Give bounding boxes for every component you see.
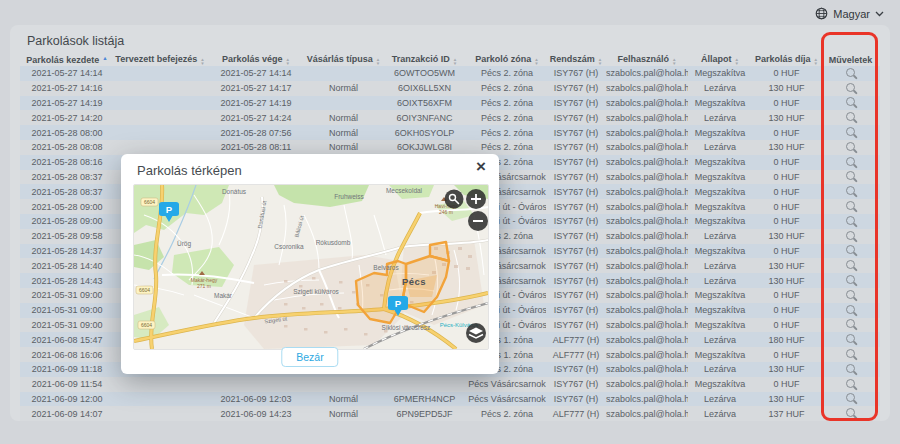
view-on-map-icon[interactable] [846, 364, 855, 373]
cell-allapot: Megszakítva [688, 66, 752, 81]
cell-parkolas-kezdete: 2021-05-31 09:00 [20, 288, 114, 303]
cell-tranzakcio-id [381, 377, 468, 392]
map-label: Ürög [177, 240, 191, 248]
view-on-map-icon[interactable] [846, 157, 855, 166]
cell-rendszam: ISY767 (H) [546, 81, 606, 96]
cell-tervezett-befejezes [114, 81, 206, 96]
view-on-map-icon[interactable] [846, 68, 855, 77]
view-on-map-icon[interactable] [846, 112, 855, 121]
sort-icon: ▲▼ [453, 58, 457, 66]
cell-muveletek [821, 244, 880, 259]
view-on-map-icon[interactable] [846, 186, 855, 195]
cell-felhasznalo: szabolcs.pal@hola.hu [606, 273, 688, 288]
view-on-map-icon[interactable] [846, 349, 855, 358]
column-header-felhasznalo[interactable]: Felhasználó▲▼ [606, 53, 688, 66]
cell-felhasznalo: szabolcs.pal@hola.hu [606, 140, 688, 155]
cell-allapot: Megszakítva [688, 347, 752, 362]
cell-allapot: Lezárva [688, 140, 752, 155]
map-canvas[interactable]: 6604 6604 6604 Donátus Fruhweiss Mecseko… [133, 184, 489, 350]
sort-icon: ▲▼ [200, 58, 204, 66]
view-on-map-icon[interactable] [846, 245, 855, 254]
column-header-parkolas-dija[interactable]: Parkolás díja▲▼ [752, 53, 821, 66]
cell-rendszam: ALF777 (H) [546, 406, 606, 421]
view-on-map-icon[interactable] [846, 334, 855, 343]
map-label: Donátus [222, 188, 247, 195]
view-on-map-icon[interactable] [846, 201, 855, 210]
view-on-map-icon[interactable] [846, 231, 855, 240]
cell-allapot: Megszakítva [688, 184, 752, 199]
cell-parkolo-zona: Pécs Vásárcsarnok [468, 392, 546, 407]
view-on-map-icon[interactable] [846, 142, 855, 151]
cell-muveletek [821, 273, 880, 288]
view-on-map-icon[interactable] [846, 393, 855, 402]
cell-vasarlas-tipusa [306, 377, 381, 392]
map-label: Makár [214, 292, 233, 299]
cell-muveletek [821, 318, 880, 333]
cell-parkolas-dija: 130 HUF [752, 229, 821, 244]
cell-allapot: Megszakítva [688, 303, 752, 318]
cell-felhasznalo: szabolcs.pal@hola.hu [606, 258, 688, 273]
table-row: 2021-05-28 08:00 2021-05-28 07:56 Normál… [20, 125, 880, 140]
cell-felhasznalo: szabolcs.pal@hola.hu [606, 170, 688, 185]
close-icon[interactable]: × [476, 158, 486, 175]
cell-felhasznalo: szabolcs.pal@hola.hu [606, 96, 688, 111]
cell-parkolas-dija: 0 HUF [752, 199, 821, 214]
view-on-map-icon[interactable] [846, 260, 855, 269]
view-on-map-icon[interactable] [846, 216, 855, 225]
column-header-tervezett-befejezes[interactable]: Tervezett befejezés▲▼ [114, 53, 206, 66]
column-header-vasarlas-tipusa[interactable]: Vásárlás típusa▲▼ [306, 53, 381, 66]
map-search-button[interactable] [445, 190, 464, 209]
cell-muveletek [821, 288, 880, 303]
cell-felhasznalo: szabolcs.pal@hola.hu [606, 318, 688, 333]
view-on-map-icon[interactable] [846, 379, 855, 388]
svg-text:271 m: 271 m [197, 283, 211, 289]
column-header-tranzakcio-id[interactable]: Tranzakció ID▲▼ [381, 53, 468, 66]
cell-tervezett-befejezes [114, 110, 206, 125]
cell-parkolas-vege: 2021-06-09 12:03 [206, 392, 306, 407]
map-modal: Parkolás térképen × [121, 154, 499, 374]
column-header-parkolas-vege[interactable]: Parkolás vége▲▼ [206, 53, 306, 66]
cell-tranzakcio-id: 6OWTOO5WM [381, 66, 468, 81]
cell-vasarlas-tipusa: Normál [306, 392, 381, 407]
column-header-parkolas-kezdete[interactable]: Parkolás kezdete▲ [20, 53, 114, 66]
cell-rendszam: ISY767 (H) [546, 377, 606, 392]
column-header-allapot[interactable]: Állapot▲▼ [688, 53, 752, 66]
cell-parkolas-dija: 130 HUF [752, 81, 821, 96]
view-on-map-icon[interactable] [846, 305, 855, 314]
globe-icon [815, 7, 828, 20]
cell-allapot: Lezárva [688, 258, 752, 273]
cell-parkolas-vege: 2021-06-09 14:23 [206, 406, 306, 421]
cell-parkolas-kezdete: 2021-05-28 09:58 [20, 229, 114, 244]
cell-rendszam: ALF777 (H) [546, 332, 606, 347]
column-header-rendszam[interactable]: Rendszám▲▼ [546, 53, 606, 66]
cell-tervezett-befejezes [114, 140, 206, 155]
map-zoom-out-button[interactable] [468, 211, 488, 231]
cell-parkolas-dija: 130 HUF [752, 110, 821, 125]
cell-felhasznalo: szabolcs.pal@hola.hu [606, 362, 688, 377]
column-header-parkolo-zona[interactable]: Parkoló zóna▲▼ [468, 53, 546, 66]
map-layers-button[interactable] [466, 323, 486, 343]
cell-muveletek [821, 155, 880, 170]
cell-muveletek [821, 214, 880, 229]
cell-parkolo-zona: Pécs 2. zóna [468, 406, 546, 421]
cell-parkolo-zona: Pécs 2. zóna [468, 81, 546, 96]
view-on-map-icon[interactable] [846, 290, 855, 299]
svg-text:246 m: 246 m [439, 209, 453, 215]
view-on-map-icon[interactable] [846, 319, 855, 328]
sort-icon: ▲▼ [672, 58, 676, 66]
view-on-map-icon[interactable] [846, 83, 855, 92]
cell-parkolas-kezdete: 2021-05-28 08:08 [20, 140, 114, 155]
cell-parkolas-vege: 2021-05-28 07:56 [206, 125, 306, 140]
view-on-map-icon[interactable] [846, 127, 855, 136]
map-zoom-in-button[interactable] [466, 189, 486, 209]
language-selector[interactable]: Magyar [815, 7, 884, 20]
cell-parkolas-kezdete: 2021-06-09 14:07 [20, 406, 114, 421]
cell-felhasznalo: szabolcs.pal@hola.hu [606, 244, 688, 259]
view-on-map-icon[interactable] [846, 275, 855, 284]
view-on-map-icon[interactable] [846, 171, 855, 180]
view-on-map-icon[interactable] [846, 97, 855, 106]
close-modal-button[interactable]: Bezár [281, 347, 338, 367]
table-row: 2021-06-09 12:00 2021-06-09 12:03 Normál… [20, 392, 880, 407]
screen: Magyar Parkolások listája Parkolás kezde… [0, 0, 900, 444]
view-on-map-icon[interactable] [846, 408, 855, 417]
